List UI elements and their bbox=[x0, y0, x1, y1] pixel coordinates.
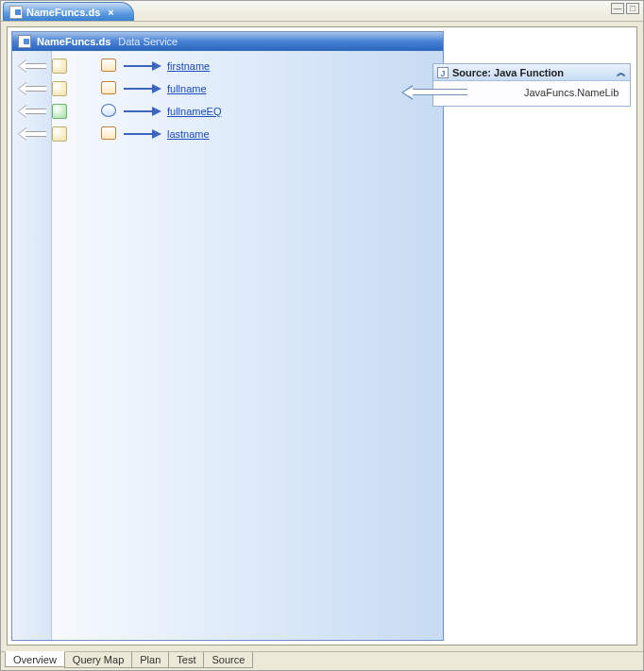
tab-query-map[interactable]: Query Map bbox=[64, 652, 132, 668]
gear-icon bbox=[101, 104, 120, 119]
bottom-tabbar: Overview Query Map Plan Test Source bbox=[1, 651, 643, 670]
arrow-icon bbox=[124, 61, 161, 71]
function-row: fullnameEQ bbox=[18, 100, 443, 123]
function-link[interactable]: fullname bbox=[167, 83, 207, 94]
editor-tabbar: NameFuncs.ds × — □ bbox=[1, 1, 643, 22]
function-list: firstname fullname fullnameEQ bbox=[12, 55, 443, 145]
maximize-icon[interactable]: □ bbox=[626, 3, 639, 14]
arrow-icon bbox=[124, 129, 161, 139]
source-panel-header[interactable]: J Source: Java Function ︽ bbox=[433, 64, 630, 81]
tab-source[interactable]: Source bbox=[203, 652, 253, 668]
return-arrow-icon bbox=[401, 85, 467, 100]
source-body: JavaFuncs.NameLib bbox=[433, 81, 630, 106]
function-row: firstname bbox=[18, 55, 443, 77]
java-icon: J bbox=[437, 67, 449, 78]
function-row: fullname bbox=[18, 77, 443, 100]
function-row: lastname bbox=[18, 123, 443, 145]
tab-title: NameFuncs.ds bbox=[26, 7, 100, 18]
minimize-icon[interactable]: — bbox=[611, 3, 624, 14]
file-icon bbox=[18, 35, 31, 48]
function-link[interactable]: fullnameEQ bbox=[167, 106, 221, 117]
arrow-icon bbox=[124, 107, 161, 116]
source-title: Source: Java Function bbox=[452, 67, 564, 78]
panel-subtitle: Data Service bbox=[118, 36, 178, 47]
operation-icon bbox=[52, 59, 67, 74]
file-icon bbox=[9, 6, 23, 19]
return-arrow-icon bbox=[18, 127, 46, 141]
editor-area: NameFuncs.ds Data Service firstname full… bbox=[7, 26, 637, 646]
source-item[interactable]: JavaFuncs.NameLib bbox=[524, 87, 619, 98]
return-arrow-icon bbox=[18, 82, 46, 95]
tab-overview[interactable]: Overview bbox=[5, 651, 65, 667]
tab-plan[interactable]: Plan bbox=[131, 652, 169, 668]
source-panel: J Source: Java Function ︽ JavaFuncs.Name… bbox=[432, 63, 631, 107]
chevron-up-icon[interactable]: ︽ bbox=[617, 66, 626, 79]
function-type-icon bbox=[101, 126, 120, 142]
function-link[interactable]: lastname bbox=[167, 128, 210, 140]
operation-icon bbox=[52, 126, 67, 142]
panel-header: NameFuncs.ds Data Service bbox=[12, 32, 443, 51]
return-arrow-icon bbox=[18, 105, 46, 118]
editor-tab-active[interactable]: NameFuncs.ds × bbox=[3, 2, 134, 21]
arrow-icon bbox=[124, 84, 161, 93]
close-icon[interactable]: × bbox=[108, 7, 113, 18]
tab-test[interactable]: Test bbox=[168, 652, 204, 668]
function-type-icon bbox=[101, 81, 120, 96]
operation-icon bbox=[52, 81, 67, 96]
function-type-icon bbox=[101, 59, 120, 74]
panel-title: NameFuncs.ds bbox=[37, 36, 110, 47]
function-link[interactable]: firstname bbox=[167, 60, 210, 72]
data-service-panel: NameFuncs.ds Data Service firstname full… bbox=[11, 31, 444, 641]
window-controls: — □ bbox=[611, 3, 639, 14]
operation-icon bbox=[52, 104, 67, 119]
return-arrow-icon bbox=[18, 59, 46, 73]
